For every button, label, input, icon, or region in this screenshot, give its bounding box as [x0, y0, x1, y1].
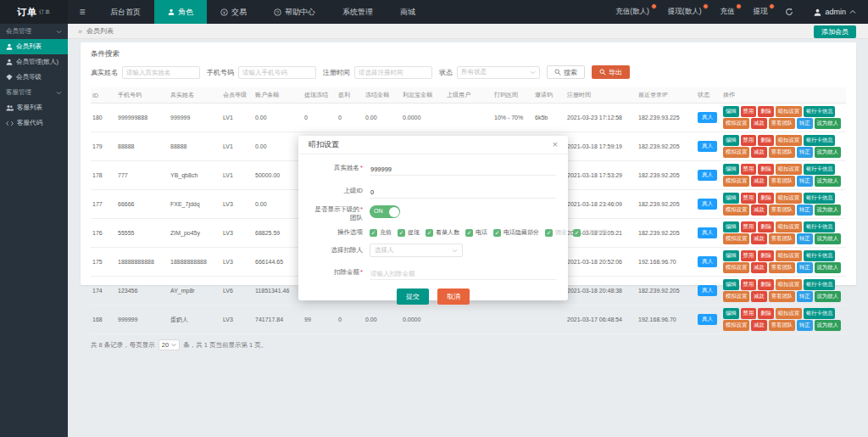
action-button-转正[interactable]: 转正: [797, 320, 813, 331]
checkbox-checked-icon[interactable]: ✓: [465, 229, 473, 237]
action-button-暗扣设置[interactable]: 暗扣设置: [776, 135, 802, 146]
action-button-银行卡信息[interactable]: 银行卡信息: [804, 221, 835, 233]
action-button-删除[interactable]: 删除: [758, 164, 774, 175]
action-button-删除[interactable]: 删除: [758, 106, 774, 117]
action-button-转正[interactable]: 转正: [797, 233, 813, 244]
close-icon[interactable]: ×: [553, 140, 558, 149]
action-button-转正[interactable]: 转正: [797, 176, 813, 187]
action-button-减款[interactable]: 减款: [751, 204, 767, 216]
topbar-quick-item-4[interactable]: 提现: [743, 0, 776, 24]
action-button-查看团队[interactable]: 查看团队: [769, 262, 795, 273]
action-button-暗扣设置[interactable]: 暗扣设置: [776, 193, 802, 204]
option-6[interactable]: ✓佣金: [545, 228, 567, 237]
checkbox-checked-icon[interactable]: ✓: [370, 229, 377, 237]
action-button-编辑[interactable]: 编辑: [723, 279, 739, 290]
action-button-暗扣设置[interactable]: 暗扣设置: [776, 279, 802, 290]
status-select[interactable]: 所有状态: [457, 66, 540, 79]
user-menu[interactable]: admin: [802, 0, 868, 24]
deduct-person-select[interactable]: 选择人: [370, 244, 463, 257]
action-button-删除[interactable]: 删除: [758, 250, 774, 261]
action-button-删除[interactable]: 删除: [758, 308, 774, 319]
checkbox-checked-icon[interactable]: ✓: [426, 229, 433, 237]
export-button[interactable]: 导出: [592, 65, 630, 79]
sidebar-item-3[interactable]: 会员管理(散人): [0, 54, 68, 70]
action-button-设为散人[interactable]: 设为散人: [815, 320, 841, 331]
action-button-删除[interactable]: 删除: [758, 221, 774, 233]
sidebar-item-1[interactable]: 会员管理: [0, 24, 68, 39]
action-button-转正[interactable]: 转正: [797, 147, 813, 158]
search-button[interactable]: 搜索: [547, 65, 585, 79]
action-button-减款[interactable]: 减款: [751, 147, 767, 158]
action-button-禁用[interactable]: 禁用: [741, 106, 757, 117]
action-button-编辑[interactable]: 编辑: [723, 164, 739, 175]
search-1-input[interactable]: [122, 66, 200, 79]
search-2-input[interactable]: [238, 66, 316, 79]
option-1[interactable]: ✓充值: [370, 228, 392, 237]
action-button-模拟设置[interactable]: 模拟设置: [723, 320, 749, 331]
action-button-查看团队[interactable]: 查看团队: [769, 204, 795, 216]
action-button-暗扣设置[interactable]: 暗扣设置: [776, 250, 802, 261]
action-button-编辑[interactable]: 编辑: [723, 193, 739, 204]
action-button-设为散人[interactable]: 设为散人: [815, 176, 841, 187]
action-button-暗扣设置[interactable]: 暗扣设置: [776, 308, 802, 319]
action-button-删除[interactable]: 删除: [758, 193, 774, 204]
action-button-转正[interactable]: 转正: [797, 204, 813, 216]
nav-item-3[interactable]: ¥交易: [207, 0, 260, 24]
action-button-查看团队[interactable]: 查看团队: [769, 147, 795, 158]
action-button-设为散人[interactable]: 设为散人: [815, 118, 841, 129]
action-button-编辑[interactable]: 编辑: [723, 221, 739, 233]
sidebar-item-6[interactable]: 客服列表: [0, 100, 68, 115]
action-button-禁用[interactable]: 禁用: [741, 193, 757, 204]
option-2[interactable]: ✓提现: [398, 228, 420, 237]
action-button-设为散人[interactable]: 设为散人: [815, 233, 841, 244]
sidebar-item-5[interactable]: 客服管理: [0, 85, 68, 100]
action-button-禁用[interactable]: 禁用: [741, 135, 757, 146]
action-button-模拟设置[interactable]: 模拟设置: [723, 233, 749, 244]
real-name-input[interactable]: [370, 164, 556, 176]
nav-item-2[interactable]: 角色: [154, 0, 207, 24]
action-button-减款[interactable]: 减款: [751, 262, 767, 273]
action-button-减款[interactable]: 减款: [751, 233, 767, 244]
option-3[interactable]: ✓看菜人数: [426, 228, 459, 237]
action-button-查看团队[interactable]: 查看团队: [769, 233, 795, 244]
action-button-银行卡信息[interactable]: 银行卡信息: [804, 308, 835, 319]
action-button-禁用[interactable]: 禁用: [741, 250, 757, 261]
action-button-暗扣设置[interactable]: 暗扣设置: [776, 164, 802, 175]
action-button-银行卡信息[interactable]: 银行卡信息: [804, 250, 835, 261]
sidebar-item-4[interactable]: 会员等级: [0, 70, 68, 85]
nav-item-4[interactable]: ?帮助中心: [260, 0, 329, 24]
checkbox-checked-icon[interactable]: ✓: [573, 229, 581, 237]
topbar-quick-item-3[interactable]: 充值: [710, 0, 743, 24]
action-button-禁用[interactable]: 禁用: [741, 221, 757, 233]
checkbox-checked-icon[interactable]: ✓: [545, 229, 553, 237]
action-button-查看团队[interactable]: 查看团队: [769, 118, 795, 129]
page-size-select[interactable]: 20: [159, 339, 180, 350]
action-button-模拟设置[interactable]: 模拟设置: [723, 147, 749, 158]
action-button-减款[interactable]: 减款: [751, 320, 767, 331]
add-member-button[interactable]: 添加会员: [814, 25, 856, 38]
action-button-禁用[interactable]: 禁用: [741, 279, 757, 290]
action-button-减款[interactable]: 减款: [751, 176, 767, 187]
sidebar-item-7[interactable]: 客服代码: [0, 115, 68, 131]
show-team-toggle[interactable]: ON: [370, 205, 400, 218]
parent-id-input[interactable]: [370, 187, 556, 199]
action-button-银行卡信息[interactable]: 银行卡信息: [804, 135, 835, 146]
action-button-暗扣设置[interactable]: 暗扣设置: [776, 106, 802, 117]
action-button-模拟设置[interactable]: 模拟设置: [723, 204, 749, 216]
topbar-quick-item-1[interactable]: 充值(散人): [606, 0, 659, 24]
sidebar-item-2[interactable]: 会员列表: [0, 39, 68, 54]
action-button-设为散人[interactable]: 设为散人: [815, 147, 841, 158]
checkbox-checked-icon[interactable]: ✓: [398, 229, 405, 237]
search-3-input[interactable]: [354, 66, 432, 79]
action-button-银行卡信息[interactable]: 银行卡信息: [804, 164, 835, 175]
action-button-查看团队[interactable]: 查看团队: [769, 291, 795, 302]
checkbox-checked-icon[interactable]: ✓: [493, 229, 501, 237]
action-button-暗扣设置[interactable]: 暗扣设置: [776, 221, 802, 233]
action-button-编辑[interactable]: 编辑: [723, 250, 739, 261]
action-button-禁用[interactable]: 禁用: [741, 308, 757, 319]
refresh-icon[interactable]: [776, 0, 802, 24]
action-button-银行卡信息[interactable]: 银行卡信息: [804, 106, 835, 117]
option-5[interactable]: ✓电话隐藏部分: [493, 228, 539, 237]
action-button-转正[interactable]: 转正: [797, 118, 813, 129]
option-4[interactable]: ✓电话: [465, 228, 487, 237]
